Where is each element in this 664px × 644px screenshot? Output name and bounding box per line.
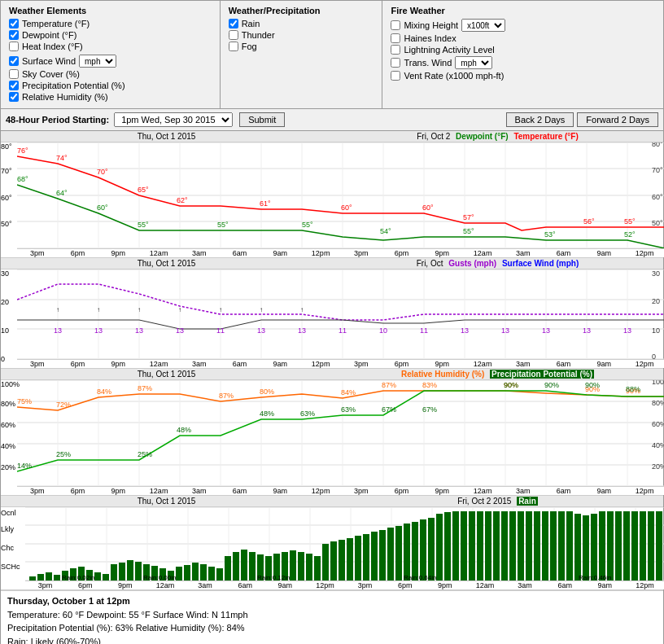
svg-text:87%: 87% (138, 384, 152, 392)
temp-checkbox[interactable] (9, 19, 19, 28)
svg-rect-201 (355, 536, 361, 580)
fire-weather-title: Fire Weather (391, 6, 655, 15)
chart2-header-left: Thu, Oct 1 2015 (1, 258, 332, 269)
svg-text:68°: 68° (17, 175, 28, 183)
rel-humidity-checkbox[interactable] (9, 92, 19, 102)
svg-rect-204 (379, 530, 386, 580)
svg-text:64°: 64° (56, 189, 68, 197)
time-3am: 3am (179, 249, 220, 257)
svg-rect-219 (501, 511, 508, 580)
svg-rect-198 (330, 541, 337, 580)
gusts-legend-tag: Gusts (mph) (448, 259, 496, 268)
chart4-date-right: Fri, Oct 2 2015 (457, 497, 511, 506)
chart2-header-right: Fri, Oct Gusts (mph) Surface Wind (mph) (332, 258, 663, 269)
mixing-height-unit-select[interactable]: x100ft (461, 19, 505, 32)
svg-text:60%: 60% (652, 420, 664, 428)
svg-text:70°: 70° (97, 168, 108, 176)
svg-rect-212 (444, 512, 451, 580)
svg-rect-221 (518, 511, 524, 580)
time-6pm: 6pm (58, 249, 98, 257)
svg-rect-235 (631, 511, 638, 580)
period-label: 48-Hour Period Starting: (6, 115, 109, 125)
svg-rect-210 (428, 518, 435, 580)
haines-checkbox[interactable] (391, 33, 400, 43)
svg-text:10: 10 (379, 326, 387, 335)
svg-rect-187 (241, 550, 247, 580)
svg-text:11: 11 (420, 326, 428, 335)
haines-item: Haines Index (391, 33, 655, 43)
rh-chart-wrapper: Thu, Oct 1 2015 Relative Humidity (%) Pr… (1, 369, 663, 496)
thunder-checkbox[interactable] (229, 30, 238, 40)
svg-rect-223 (534, 511, 540, 580)
svg-text:55°: 55° (217, 221, 229, 229)
svg-text:13: 13 (542, 326, 550, 335)
svg-text:62°: 62° (177, 196, 188, 204)
submit-button[interactable]: Submit (239, 112, 285, 127)
svg-text:13: 13 (501, 326, 509, 335)
wind-legend-tag: Surface Wind (mph) (502, 259, 579, 268)
svg-rect-225 (550, 511, 557, 580)
surface-wind-unit-select[interactable]: mphkts (79, 55, 116, 68)
svg-text:Rain:0.64in: Rain:0.64in (404, 574, 436, 580)
chart4-header-right: Fri, Oct 2 2015 Rain (332, 496, 663, 506)
fog-checkbox[interactable] (229, 42, 238, 51)
svg-rect-169 (94, 572, 101, 580)
svg-text:61°: 61° (260, 199, 271, 208)
svg-text:88%: 88% (626, 385, 640, 393)
back-days-button[interactable]: Back 2 Days (506, 112, 574, 127)
precip-potential-item: Precipitation Potential (%) (9, 81, 212, 90)
sky-cover-checkbox[interactable] (9, 69, 19, 79)
top-panel: Weather Elements Temperature (°F) Dewpoi… (0, 0, 664, 109)
svg-rect-185 (225, 556, 231, 580)
svg-rect-224 (542, 511, 548, 580)
chart1-y-axis: 80° 70° 60° 50° (1, 142, 17, 248)
svg-rect-206 (395, 526, 402, 580)
mixing-height-checkbox[interactable] (391, 20, 400, 30)
svg-rect-188 (249, 552, 256, 580)
svg-text:84%: 84% (97, 388, 111, 396)
svg-rect-232 (607, 511, 614, 580)
svg-text:13: 13 (298, 326, 306, 335)
svg-text:55°: 55° (138, 221, 149, 229)
time-6pm2: 6pm (382, 249, 422, 257)
rain-checkbox[interactable] (229, 19, 238, 28)
svg-rect-184 (216, 568, 223, 580)
svg-text:65°: 65° (138, 186, 149, 194)
lightning-item: Lightning Activity Level (391, 45, 655, 55)
svg-text:76°: 76° (17, 147, 28, 155)
forward-days-button[interactable]: Forward 2 Days (577, 112, 658, 127)
vent-rate-checkbox[interactable] (391, 71, 400, 81)
svg-text:13: 13 (623, 326, 631, 335)
chart4-header-left: Thu, Oct 1 2015 (1, 496, 332, 506)
svg-rect-172 (119, 563, 125, 580)
chart3-header-right: Relative Humidity (%) Precipitation Pote… (332, 369, 663, 379)
temp-chart-wrapper: Thu, Oct 1 2015 Fri, Oct 2 Dewpoint (°F)… (1, 131, 663, 258)
dewpoint-checkbox[interactable] (9, 30, 19, 40)
svg-rect-207 (404, 524, 410, 580)
time-12am: 12am (138, 249, 179, 257)
svg-text:13: 13 (461, 326, 469, 335)
svg-text:20%: 20% (652, 462, 664, 471)
chart3-header: Thu, Oct 1 2015 Relative Humidity (%) Pr… (1, 369, 663, 380)
svg-text:25%: 25% (138, 450, 152, 458)
svg-text:↑: ↑ (300, 306, 304, 313)
surface-wind-checkbox[interactable] (9, 56, 19, 66)
svg-text:63%: 63% (300, 410, 315, 418)
svg-text:52°: 52° (624, 230, 636, 239)
trans-wind-unit-select[interactable]: mphkts (455, 56, 492, 69)
dewpoint-label: Dewpoint (°F) (22, 30, 76, 40)
svg-text:40%: 40% (652, 441, 664, 449)
svg-rect-218 (493, 511, 500, 580)
precip-potential-checkbox[interactable] (9, 81, 19, 90)
wind-chart-wrapper: Thu, Oct 1 2015 Fri, Oct Gusts (mph) Sur… (1, 258, 663, 369)
period-select[interactable]: 1pm Wed, Sep 30 2015 (114, 112, 233, 127)
chart1-time-axis: 3pm 6pm 9pm 12am 3am 6am 9am 12pm 3pm 6p… (17, 248, 664, 257)
svg-rect-226 (558, 511, 565, 580)
heat-index-checkbox[interactable] (9, 42, 19, 51)
precip-line (17, 391, 664, 471)
svg-rect-186 (233, 552, 239, 580)
svg-rect-229 (583, 515, 589, 580)
lightning-checkbox[interactable] (391, 45, 400, 55)
trans-wind-checkbox[interactable] (391, 58, 400, 68)
svg-rect-196 (314, 556, 321, 580)
